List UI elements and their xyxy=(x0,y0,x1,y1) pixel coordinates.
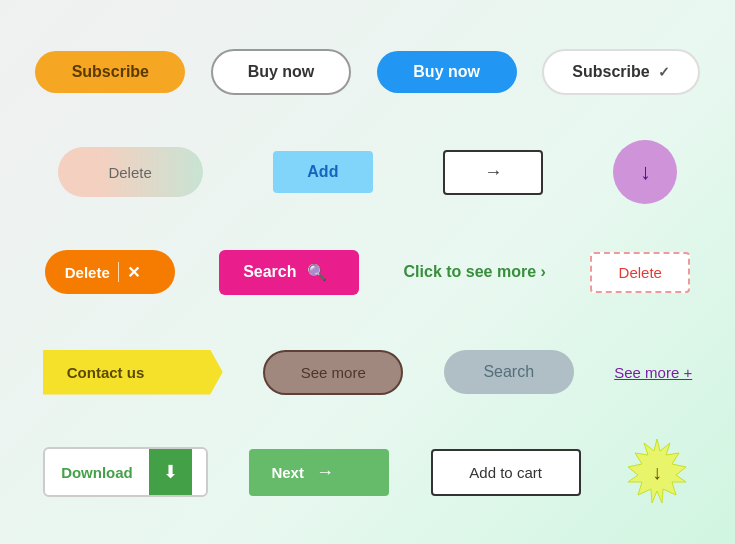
chevron-right-icon: › xyxy=(541,263,546,280)
delete-dashed-button[interactable]: Delete xyxy=(590,252,690,293)
circle-down-button[interactable]: ↓ xyxy=(613,140,677,204)
search-pink-label: Search xyxy=(243,263,296,281)
subscribe-check-button[interactable]: Subscribe ✓ xyxy=(542,49,699,95)
row-4: Contact us See more Search See more + xyxy=(23,327,713,417)
see-more-link-button[interactable]: See more + xyxy=(614,364,692,381)
row-3: Delete ✕ Search 🔍 Click to see more › De… xyxy=(23,227,713,317)
next-arrow-icon: → xyxy=(316,462,334,483)
see-more-oval-button[interactable]: See more xyxy=(263,350,403,395)
search-purple-button[interactable]: Search xyxy=(444,350,574,394)
arrow-outline-button[interactable]: → xyxy=(443,150,543,195)
x-icon: ✕ xyxy=(127,263,140,282)
next-green-button[interactable]: Next → xyxy=(249,449,389,496)
delete-orange-label: Delete xyxy=(65,264,110,281)
arrow-down-icon: ↓ xyxy=(640,159,651,185)
arrow-right-icon: → xyxy=(484,162,502,183)
button-divider xyxy=(118,262,120,282)
subscribe-yellow-button[interactable]: Subscribe xyxy=(35,51,185,93)
row-5: Download ⬇ Next → Add to cart ↓ xyxy=(23,427,713,517)
delete-orange-button[interactable]: Delete ✕ xyxy=(45,250,175,294)
add-blue-button[interactable]: Add xyxy=(273,151,373,193)
checkmark-icon: ✓ xyxy=(658,64,670,80)
starburst-down-button[interactable]: ↓ xyxy=(622,437,692,507)
row-1: Subscribe Buy now Buy now Subscribe ✓ xyxy=(23,27,713,117)
download-split-button[interactable]: Download ⬇ xyxy=(43,447,208,497)
click-to-see-more-button[interactable]: Click to see more › xyxy=(404,263,546,281)
download-icon: ⬇ xyxy=(163,461,178,483)
next-label: Next xyxy=(271,464,304,481)
click-more-label: Click to see more xyxy=(404,263,537,280)
download-label: Download xyxy=(45,452,149,493)
buy-now-outline-button[interactable]: Buy now xyxy=(211,49,351,95)
subscribe-check-label: Subscribe xyxy=(572,63,649,81)
delete-pill-label: Delete xyxy=(108,164,151,181)
delete-pill-wrapper[interactable]: Delete xyxy=(58,147,203,197)
contact-us-button[interactable]: Contact us xyxy=(43,350,223,395)
search-icon: 🔍 xyxy=(307,263,327,282)
buy-now-blue-button[interactable]: Buy now xyxy=(377,51,517,93)
row-2: Delete Add → ↓ xyxy=(23,127,713,217)
starburst-arrow-icon: ↓ xyxy=(652,461,662,484)
add-to-cart-button[interactable]: Add to cart xyxy=(431,449,581,496)
search-pink-button[interactable]: Search 🔍 xyxy=(219,250,359,295)
download-icon-box: ⬇ xyxy=(149,449,192,495)
